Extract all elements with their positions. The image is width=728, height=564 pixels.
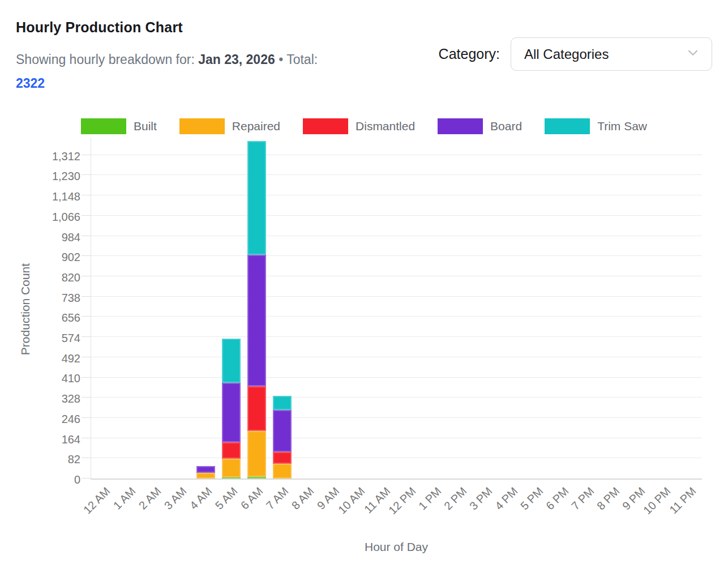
bar-segment-trim-saw[interactable]: [247, 141, 266, 254]
gridline: [91, 255, 702, 256]
bar-segment-repaired[interactable]: [247, 431, 266, 476]
chart-legend: BuiltRepairedDismantledBoardTrim Saw: [0, 118, 728, 134]
category-label: Category:: [439, 46, 500, 62]
legend-swatch-icon: [438, 118, 483, 134]
legend-swatch-icon: [303, 118, 348, 134]
bar-segment-dismantled[interactable]: [273, 452, 292, 464]
y-tick-mark: [82, 417, 91, 418]
bar-segment-repaired[interactable]: [273, 464, 292, 478]
bar-segment-repaired[interactable]: [196, 473, 215, 478]
plot-area: [91, 138, 702, 480]
y-tick-label: 1,230: [52, 170, 80, 183]
y-tick-label: 246: [62, 412, 80, 425]
gridline: [91, 316, 702, 317]
y-tick-label: 328: [62, 392, 80, 405]
y-tick-label: 738: [62, 291, 80, 304]
y-tick-mark: [82, 377, 91, 378]
chevron-down-icon: [686, 45, 700, 63]
bar-segment-dismantled[interactable]: [222, 442, 241, 459]
x-axis-ticks: 12 AM1 AM2 AM3 AM4 AM5 AM6 AM7 AM8 AM9 A…: [91, 485, 702, 547]
subtitle-date: Jan 23, 2026: [198, 52, 275, 67]
y-tick-mark: [82, 438, 91, 438]
legend-label: Dismantled: [356, 119, 415, 133]
legend-swatch-icon: [545, 118, 590, 134]
y-tick-label: 820: [62, 271, 80, 284]
y-tick-label: 656: [62, 311, 80, 324]
y-tick-label: 1,148: [52, 190, 80, 203]
chart-subtitle: Showing hourly breakdown for: Jan 23, 20…: [16, 48, 418, 95]
y-tick-label: 0: [74, 473, 80, 486]
gridline: [91, 357, 702, 357]
category-filter: Category: All Categories: [439, 37, 712, 71]
bar-segment-trim-saw[interactable]: [222, 339, 241, 383]
y-tick-label: 492: [62, 352, 80, 365]
hourly-production-page: Hourly Production Chart Showing hourly b…: [0, 0, 728, 564]
bar-segment-board[interactable]: [247, 255, 266, 387]
bar-segment-board[interactable]: [196, 466, 215, 473]
total-label: Total:: [286, 52, 318, 67]
legend-item-board[interactable]: Board: [438, 118, 522, 134]
y-tick-mark: [82, 155, 91, 155]
y-tick-label: 164: [62, 433, 80, 446]
gridline: [91, 458, 702, 458]
y-tick-label: 410: [62, 372, 80, 385]
gridline: [91, 236, 702, 236]
bar-segment-dismantled[interactable]: [247, 386, 266, 431]
legend-swatch-icon: [179, 118, 225, 134]
y-tick-label: 984: [62, 230, 80, 243]
legend-swatch-icon: [81, 118, 126, 134]
y-tick-mark: [82, 296, 91, 297]
gridline: [91, 417, 702, 418]
y-tick-mark: [82, 458, 91, 458]
y-tick-label: 902: [62, 251, 80, 264]
gridline: [91, 336, 702, 337]
y-tick-label: 1,312: [52, 149, 80, 163]
category-select-value: All Categories: [524, 46, 609, 62]
y-tick-mark: [82, 276, 91, 276]
y-tick-label: 1,066: [52, 210, 80, 223]
y-tick-mark: [82, 316, 91, 317]
subtitle-prefix: Showing hourly breakdown for:: [16, 52, 195, 67]
y-tick-label: 82: [68, 453, 80, 466]
legend-label: Board: [490, 119, 522, 133]
y-tick-mark: [82, 195, 91, 195]
legend-label: Built: [134, 119, 157, 133]
subtitle-separator: •: [279, 52, 283, 67]
legend-label: Trim Saw: [597, 119, 647, 133]
bar-segment-built[interactable]: [247, 477, 266, 478]
y-tick-mark: [82, 357, 91, 357]
gridline: [91, 276, 702, 276]
y-tick-label: 574: [62, 332, 80, 345]
gridline: [91, 155, 702, 155]
y-axis-ticks: 0821642463284104925746567388209029841,06…: [0, 138, 82, 480]
total-count: 2322: [16, 76, 45, 91]
legend-item-built[interactable]: Built: [81, 118, 157, 134]
gridline: [91, 296, 702, 297]
legend-item-trim-saw[interactable]: Trim Saw: [545, 118, 647, 134]
y-tick-mark: [82, 478, 91, 478]
y-tick-mark: [82, 215, 91, 216]
gridline: [91, 174, 702, 175]
page-title: Hourly Production Chart: [16, 19, 183, 36]
gridline: [91, 195, 702, 195]
bar-segment-board[interactable]: [222, 383, 241, 442]
gridline: [91, 215, 702, 216]
y-tick-mark: [82, 336, 91, 337]
y-tick-mark: [82, 397, 91, 398]
bar-segment-trim-saw[interactable]: [273, 396, 292, 410]
bar-segment-built[interactable]: [222, 477, 241, 478]
x-axis-title: Hour of Day: [91, 540, 702, 554]
legend-item-dismantled[interactable]: Dismantled: [303, 118, 415, 134]
bar-segment-board[interactable]: [273, 410, 292, 452]
gridline: [91, 377, 702, 378]
gridline: [91, 397, 702, 398]
legend-item-repaired[interactable]: Repaired: [179, 118, 280, 134]
legend-label: Repaired: [232, 119, 280, 133]
gridline: [91, 438, 702, 438]
bar-segment-repaired[interactable]: [222, 459, 241, 477]
category-select[interactable]: All Categories: [511, 37, 712, 71]
y-tick-mark: [82, 236, 91, 236]
y-tick-mark: [82, 255, 91, 256]
y-tick-mark: [82, 174, 91, 175]
